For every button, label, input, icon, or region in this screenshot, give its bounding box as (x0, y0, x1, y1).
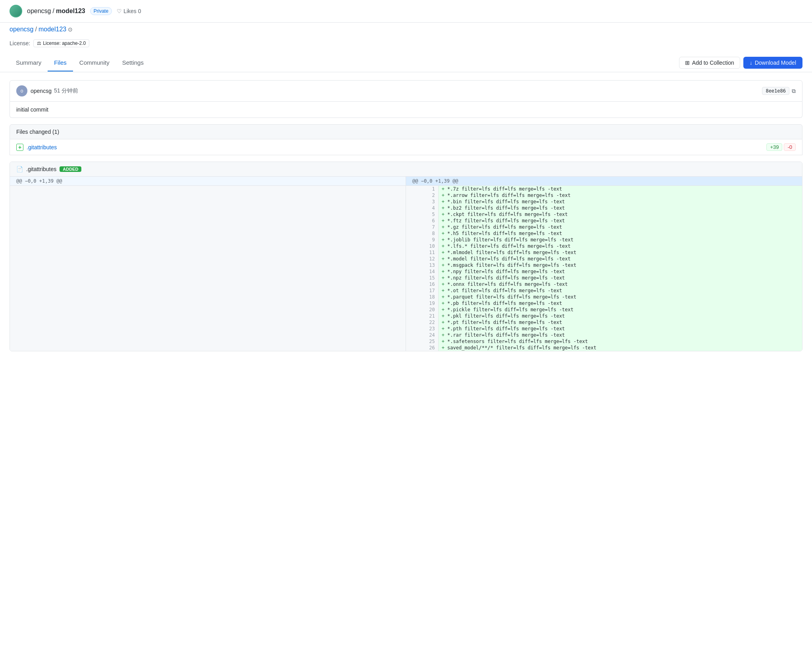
diff-line-row: 21 + *.pkl filter=lfs diff=lfs merge=lfs… (406, 313, 802, 319)
diff-line-row: 23 + *.pth filter=lfs diff=lfs merge=lfs… (406, 326, 802, 332)
line-number: 4 (406, 205, 438, 211)
commit-meta: opencsg 51 分钟前 (31, 87, 78, 94)
license-badge: ⚖ License: apache-2.0 (33, 39, 89, 47)
line-number: 1 (406, 186, 438, 192)
diff-line-row: 7 + *.gz filter=lfs diff=lfs merge=lfs -… (406, 224, 802, 230)
line-number: 5 (406, 211, 438, 218)
line-number: 19 (406, 300, 438, 306)
line-number: 16 (406, 281, 438, 287)
diff-line-row: 24 + *.rar filter=lfs diff=lfs merge=lfs… (406, 332, 802, 338)
line-content: + *.ftz filter=lfs diff=lfs merge=lfs -t… (438, 218, 802, 224)
likes-label: Likes (123, 8, 137, 14)
line-content: + *.gz filter=lfs diff=lfs merge=lfs -te… (438, 224, 802, 230)
line-content: + *.bin filter=lfs diff=lfs merge=lfs -t… (438, 199, 802, 205)
commit-header: o opencsg 51 分钟前 8ee1e86 ⧉ (10, 80, 802, 102)
download-button-label: Download Model (755, 60, 796, 66)
line-content: + *.npz filter=lfs diff=lfs merge=lfs -t… (438, 275, 802, 281)
license-row: License: ⚖ License: apache-2.0 (0, 36, 812, 54)
breadcrumb-user[interactable]: opencsg (10, 26, 34, 33)
line-content: + *.joblib filter=lfs diff=lfs merge=lfs… (438, 237, 802, 243)
file-row: + .gitattributes +39 -0 (10, 139, 802, 155)
download-icon: ↓ (750, 60, 752, 66)
diff-line-row: 5 + *.ckpt filter=lfs diff=lfs merge=lfs… (406, 211, 802, 218)
diff-line-row: 10 + *.lfs.* filter=lfs diff=lfs merge=l… (406, 243, 802, 249)
diff-file-icon: 📄 (16, 166, 23, 172)
diff-container: 📄 .gitattributes ADDED @@ −0,0 +1,39 @@ … (10, 162, 802, 351)
file-name[interactable]: .gitattributes (27, 144, 57, 150)
line-number: 10 (406, 243, 438, 249)
add-to-collection-button[interactable]: ⊞ Add to Collection (679, 57, 740, 69)
diff-line-row: 11 + *.mlmodel filter=lfs diff=lfs merge… (406, 249, 802, 256)
line-number: 11 (406, 249, 438, 256)
line-number: 8 (406, 230, 438, 237)
tab-files[interactable]: Files (48, 54, 73, 71)
stat-added: +39 (766, 143, 782, 151)
breadcrumb: opencsg / model123 ⊙ (0, 23, 812, 36)
diff-line-row: 6 + *.ftz filter=lfs diff=lfs merge=lfs … (406, 218, 802, 224)
line-content: + *.7z filter=lfs diff=lfs merge=lfs -te… (438, 186, 802, 192)
repo-identifier: opencsg / model123 (27, 8, 85, 15)
line-number: 26 (406, 345, 438, 351)
tab-summary[interactable]: Summary (10, 54, 48, 71)
line-content: + *.pickle filter=lfs diff=lfs merge=lfs… (438, 306, 802, 313)
tab-community[interactable]: Community (73, 54, 116, 71)
diff-line-row: 15 + *.npz filter=lfs diff=lfs merge=lfs… (406, 275, 802, 281)
commit-hash: 8ee1e86 (762, 87, 789, 95)
likes-container[interactable]: ♡ Likes 0 (117, 8, 141, 14)
diff-new-panel: @@ −0,0 +1,39 @@ 1 + *.7z filter=lfs dif… (406, 177, 802, 351)
license-text: License: apache-2.0 (43, 40, 86, 46)
commit-username: opencsg (31, 88, 52, 94)
line-content: + *.model filter=lfs diff=lfs merge=lfs … (438, 256, 802, 262)
commit-time: 51 分钟前 (54, 87, 78, 94)
commit-hash-container: 8ee1e86 ⧉ (762, 87, 796, 95)
files-changed-bar: Files changed (1) (10, 124, 802, 139)
likes-count: 0 (138, 8, 141, 14)
line-content: + *.bz2 filter=lfs diff=lfs merge=lfs -t… (438, 205, 802, 211)
line-content: + saved_model/**/* filter=lfs diff=lfs m… (438, 345, 802, 351)
line-number: 17 (406, 287, 438, 294)
line-content: + *.safetensors filter=lfs diff=lfs merg… (438, 338, 802, 345)
tabs: Summary Files Community Settings (10, 54, 150, 71)
diff-body: @@ −0,0 +1,39 @@ @@ −0,0 +1,39 @@ 1 + *.… (10, 177, 802, 351)
diff-line-row: 22 + *.pt filter=lfs diff=lfs merge=lfs … (406, 319, 802, 326)
collection-icon: ⊞ (685, 60, 690, 66)
tab-actions: ⊞ Add to Collection ↓ Download Model (679, 54, 802, 72)
separator: / (53, 8, 54, 15)
diff-old-panel: @@ −0,0 +1,39 @@ (10, 177, 406, 351)
file-added-icon: + (16, 144, 23, 151)
breadcrumb-repo[interactable]: model123 (38, 26, 66, 33)
line-content: + *.rar filter=lfs diff=lfs merge=lfs -t… (438, 332, 802, 338)
breadcrumb-separator: / (35, 26, 37, 33)
line-number: 6 (406, 218, 438, 224)
line-content: + *.pt filter=lfs diff=lfs merge=lfs -te… (438, 319, 802, 326)
line-number: 7 (406, 224, 438, 230)
download-model-button[interactable]: ↓ Download Model (743, 57, 802, 69)
line-content: + *.onnx filter=lfs diff=lfs merge=lfs -… (438, 281, 802, 287)
diff-line-row: 4 + *.bz2 filter=lfs diff=lfs merge=lfs … (406, 205, 802, 211)
stat-removed: -0 (784, 143, 796, 151)
line-content: + *.parquet filter=lfs diff=lfs merge=lf… (438, 294, 802, 300)
diff-line-row: 19 + *.pb filter=lfs diff=lfs merge=lfs … (406, 300, 802, 306)
diff-added-badge: ADDED (60, 166, 81, 172)
diff-filename: .gitattributes (26, 166, 56, 172)
copy-hash-icon[interactable]: ⧉ (792, 88, 796, 94)
logo (10, 5, 22, 17)
line-content: + *.pkl filter=lfs diff=lfs merge=lfs -t… (438, 313, 802, 319)
page-header: opencsg / model123 Private ♡ Likes 0 (0, 0, 812, 23)
line-content: + *.h5 filter=lfs diff=lfs merge=lfs -te… (438, 230, 802, 237)
diff-line-row: 26 + saved_model/**/* filter=lfs diff=lf… (406, 345, 802, 351)
copy-icon[interactable]: ⊙ (68, 26, 73, 33)
diff-line-row: 8 + *.h5 filter=lfs diff=lfs merge=lfs -… (406, 230, 802, 237)
line-number: 14 (406, 268, 438, 275)
diff-line-row: 18 + *.parquet filter=lfs diff=lfs merge… (406, 294, 802, 300)
diff-line-row: 12 + *.model filter=lfs diff=lfs merge=l… (406, 256, 802, 262)
diff-line-row: 16 + *.onnx filter=lfs diff=lfs merge=lf… (406, 281, 802, 287)
tabs-row: Summary Files Community Settings ⊞ Add t… (0, 54, 812, 72)
line-number: 12 (406, 256, 438, 262)
logo-icon (10, 6, 21, 17)
diff-line-row: 20 + *.pickle filter=lfs diff=lfs merge=… (406, 306, 802, 313)
diff-line-row: 9 + *.joblib filter=lfs diff=lfs merge=l… (406, 237, 802, 243)
line-content: + *.pb filter=lfs diff=lfs merge=lfs -te… (438, 300, 802, 306)
collection-button-label: Add to Collection (692, 60, 734, 66)
tab-settings[interactable]: Settings (116, 54, 150, 71)
